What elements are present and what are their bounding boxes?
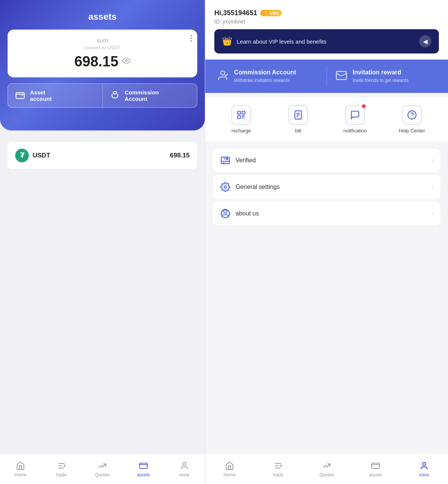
wallet-icon [14,90,26,102]
nav-home-label-right: Home [223,472,236,478]
quotes-icon-left [97,461,107,471]
left-header: assets sum convert to USDT 698.15 [0,0,205,130]
verified-menu-item[interactable]: Verified › [213,149,440,172]
invitation-card-title: Invitation reward [353,69,409,76]
about-us-icon [220,208,231,219]
recharge-action[interactable]: recharge [226,105,256,134]
notification-icon-wrap [345,105,365,125]
more-menu-button[interactable] [190,35,192,42]
trade-icon-left [57,461,66,471]
help-center-label: Help Center [399,128,425,134]
general-settings-label: General settings [236,184,280,190]
assets-icon-left [138,461,148,471]
nav-trade-left[interactable]: trade [48,461,75,478]
money-bag-icon [109,90,121,102]
recharge-label: recharge [231,128,251,134]
svg-rect-1 [16,93,24,98]
mine-icon-left [179,461,189,471]
nav-assets-left[interactable]: assets [130,461,157,478]
nav-quotes-label-right: Quotes [319,472,334,478]
commission-account-label: Commission Account [125,89,159,102]
help-center-action[interactable]: Help Center [397,105,427,134]
right-header: Hi,355194651 ⚡ VIP1 ID: yxymknet 👑 Learn… [205,0,448,60]
svg-rect-9 [237,111,241,114]
verified-label: Verified [236,157,256,164]
svg-rect-10 [237,116,241,119]
left-bottom-nav: Home trade Quotes [0,454,205,484]
notification-label: notification [343,128,367,134]
vip-banner-text: Learn about VIP levels and benefits [237,38,327,45]
right-bottom-nav: Home trade Quotes [205,454,448,484]
about-us-arrow: › [431,209,434,217]
invitation-card-subtitle: Invite friends to get rewards [353,77,409,84]
right-panel: Hi,355194651 ⚡ VIP1 ID: yxymknet 👑 Learn… [205,0,448,484]
assets-icon-right [371,461,380,471]
nav-home-label-left: Home [14,472,27,478]
usdt-value: 698.15 [170,152,190,159]
asset-account-button[interactable]: Asset account [8,84,103,107]
invitation-icon [335,69,348,82]
nav-mine-label-left: mine [179,472,189,478]
bill-label: bill [295,128,301,134]
verified-arrow: › [431,156,434,164]
eye-icon[interactable] [122,57,130,67]
usdt-row[interactable]: ₮ USDT 698.15 [8,142,197,169]
nav-home-left[interactable]: Home [7,461,34,478]
nav-trade-label-left: trade [56,472,66,478]
usdt-icon: ₮ [15,149,29,162]
balance-card: sum convert to USDT 698.15 [8,30,197,77]
verified-icon [220,155,231,166]
nav-quotes-right[interactable]: Quotes [313,461,340,478]
svg-point-0 [125,60,127,62]
vip-arrow-icon: ◀ [419,35,431,47]
nav-trade-label-right: trade [273,472,283,478]
nav-home-right[interactable]: Home [216,461,243,478]
nav-trade-right[interactable]: trade [265,461,291,478]
usdt-name: USDT [33,152,50,159]
nav-mine-left[interactable]: mine [171,461,198,478]
commission-icon [216,69,230,82]
about-us-label: about us [236,210,259,217]
nav-assets-right[interactable]: assets [362,461,389,478]
nav-assets-label-left: assets [137,472,150,478]
home-icon [16,461,25,471]
home-icon-right [225,461,234,471]
svg-rect-26 [372,463,379,468]
asset-account-label: Asset account [30,89,52,102]
bill-action[interactable]: bill [283,105,313,134]
svg-rect-5 [140,463,147,468]
trade-icon-right [273,461,283,471]
vip-banner[interactable]: 👑 Learn about VIP levels and benefits ◀ [214,29,439,53]
commission-card[interactable]: Commission Account Withdraw invitation r… [213,66,327,87]
balance-amount: 698.15 [17,53,188,70]
left-panel: assets sum convert to USDT 698.15 [0,0,205,484]
cards-section: Commission Account Withdraw invitation r… [205,60,448,93]
vip-badge: ⚡ VIP1 [260,10,282,16]
notification-action[interactable]: notification [340,105,370,134]
nav-mine-label-right: mine [419,472,429,478]
crown-icon: 👑 [222,36,232,46]
quick-actions: recharge bill notification [205,97,448,141]
nav-mine-right[interactable]: mine [411,461,437,478]
menu-section: Verified › General settings › [205,144,448,231]
user-id: ID: yxymknet [214,19,439,25]
general-settings-menu-item[interactable]: General settings › [213,175,440,199]
left-content: ₮ USDT 698.15 [0,134,205,484]
settings-arrow: › [431,183,434,191]
commission-card-title: Commission Account [234,69,296,76]
svg-point-22 [224,210,227,213]
svg-point-6 [183,462,186,465]
notification-dot [362,104,366,108]
svg-rect-11 [242,111,245,114]
mine-icon-right [419,461,429,471]
invitation-card[interactable]: Invitation reward Invite friends to get … [327,66,441,87]
commission-account-button[interactable]: Commission Account [103,84,197,107]
bill-icon-wrap [288,105,308,125]
about-us-menu-item[interactable]: about us › [213,202,440,225]
nav-quotes-left[interactable]: Quotes [89,461,116,478]
svg-point-19 [226,158,228,159]
recharge-icon-wrap [231,105,251,125]
balance-label: sum [17,37,188,44]
commission-card-subtitle: Withdraw invitation rewards [234,77,296,84]
quotes-icon-right [322,461,332,471]
